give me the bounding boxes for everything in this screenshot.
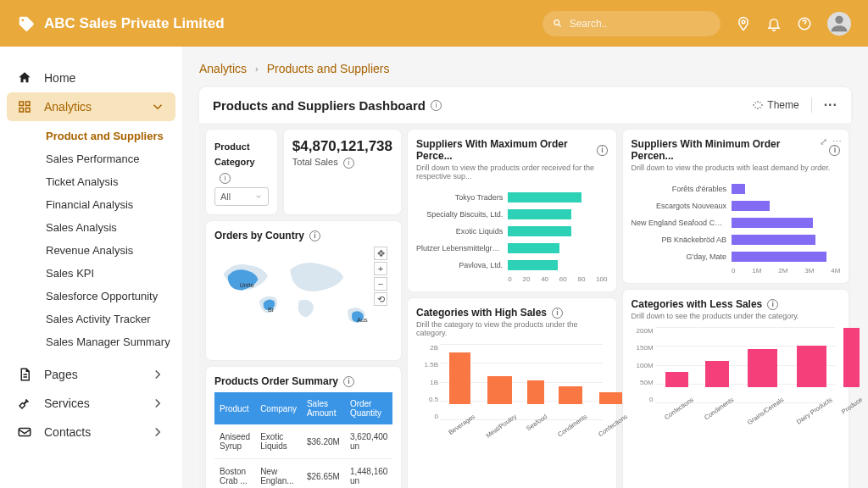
bar-row[interactable]: Pavlova, Ltd. bbox=[416, 257, 608, 274]
search-box[interactable] bbox=[542, 11, 721, 36]
max-order-chart: Suppliers With Maximum Order Perce...i D… bbox=[408, 130, 616, 291]
breadcrumb-item[interactable]: Products and Suppliers bbox=[267, 62, 390, 75]
tag-icon bbox=[17, 14, 36, 33]
bar[interactable]: Grains/Cereals bbox=[742, 349, 784, 403]
bar[interactable]: Produce bbox=[839, 328, 863, 403]
bar[interactable]: Meat/Poultry bbox=[481, 376, 517, 420]
nav-label: Pages bbox=[44, 368, 78, 381]
bar-label: Forêts d'érables bbox=[632, 185, 732, 193]
info-icon[interactable]: i bbox=[431, 100, 442, 111]
sub-salesforce[interactable]: Salesforce Opportunity bbox=[42, 285, 175, 308]
company-name: ABC Sales Private Limited bbox=[44, 15, 225, 32]
svg-rect-6 bbox=[26, 108, 31, 113]
bar-label: Pavlova, Ltd. bbox=[416, 261, 508, 269]
sub-financial-analysis[interactable]: Financial Analysis bbox=[42, 193, 175, 216]
nav-home[interactable]: Home bbox=[7, 64, 175, 92]
bar-row[interactable]: Specialty Biscuits, Ltd. bbox=[416, 206, 608, 223]
chevron-right-icon bbox=[150, 367, 165, 382]
info-icon[interactable]: i bbox=[597, 145, 607, 156]
mail-icon bbox=[17, 424, 32, 440]
total-sales-card: $4,870,121,738 Total Salesi bbox=[284, 130, 401, 214]
bell-icon[interactable] bbox=[766, 16, 782, 31]
nav-services[interactable]: Services bbox=[7, 389, 175, 418]
category-select[interactable]: All bbox=[214, 187, 269, 206]
products-order-summary-card: Products Order Summaryi Product Company … bbox=[206, 367, 401, 488]
table-header[interactable]: Company bbox=[255, 392, 302, 424]
sub-product-suppliers[interactable]: Product and Suppliers bbox=[42, 125, 175, 147]
more-menu[interactable]: ··· bbox=[824, 97, 837, 113]
nav-label: Analytics bbox=[44, 100, 92, 114]
bar[interactable]: Condiments bbox=[700, 361, 734, 404]
breadcrumb: Analytics › Products and Suppliers bbox=[199, 62, 851, 75]
bar-label: New England Seafood Cannery bbox=[632, 219, 732, 227]
bar-row[interactable]: Forêts d'érables bbox=[632, 180, 841, 197]
nav-pages[interactable]: Pages bbox=[7, 360, 175, 389]
map-reset-button[interactable]: ⟲ bbox=[374, 292, 387, 306]
table-row[interactable]: Aniseed SyrupExotic Liquids$36.20M3,620,… bbox=[214, 424, 392, 459]
table-row[interactable]: Boston Crab ...New Englan...$26.65M1,448… bbox=[214, 459, 392, 489]
info-icon[interactable]: i bbox=[767, 299, 778, 310]
bar-label: Escargots Nouveaux bbox=[632, 202, 732, 210]
bar-label: Condiments bbox=[704, 396, 736, 421]
bar-row[interactable]: Escargots Nouveaux bbox=[632, 197, 841, 214]
sub-sales-kpi[interactable]: Sales KPI bbox=[42, 262, 175, 285]
info-icon[interactable]: i bbox=[309, 230, 320, 241]
bar-row[interactable]: PB Knäckebröd AB bbox=[632, 231, 841, 248]
bar[interactable]: Dairy Products bbox=[791, 346, 832, 404]
bar-label: Seafood bbox=[525, 413, 548, 432]
nav-label: Contacts bbox=[44, 425, 91, 439]
bar-row[interactable]: Exotic Liquids bbox=[416, 223, 608, 240]
more-icon[interactable]: ⋯ bbox=[832, 136, 842, 147]
zoom-out-button[interactable]: − bbox=[374, 277, 387, 291]
nav-label: Home bbox=[44, 71, 75, 85]
bar[interactable]: Condiments bbox=[554, 386, 587, 420]
sub-manager-summary[interactable]: Sales Manager Summary bbox=[42, 330, 175, 353]
sub-ticket-analysis[interactable]: Ticket Analysis bbox=[42, 170, 175, 193]
bar[interactable]: Confections bbox=[660, 372, 694, 403]
help-icon[interactable] bbox=[797, 16, 812, 31]
info-icon[interactable]: i bbox=[220, 173, 231, 184]
sub-sales-performance[interactable]: Sales Performance bbox=[42, 147, 175, 170]
svg-point-1 bbox=[742, 19, 745, 23]
theme-button[interactable]: Theme bbox=[753, 99, 798, 111]
bar[interactable]: Confections bbox=[594, 392, 628, 420]
zoom-in-button[interactable]: + bbox=[374, 262, 387, 275]
bar-row[interactable]: G'day, Mate bbox=[632, 248, 841, 265]
location-icon[interactable] bbox=[736, 16, 751, 31]
card-title: Suppliers With Maximum Order Perce... bbox=[416, 138, 592, 162]
table-header[interactable]: Sales Amount bbox=[302, 392, 345, 424]
sub-revenue-analysis[interactable]: Revenue Analysis bbox=[42, 239, 175, 262]
bar-label: Condiments bbox=[556, 413, 588, 438]
bar-label: Exotic Liquids bbox=[416, 227, 508, 236]
sub-activity-tracker[interactable]: Sales Activity Tracker bbox=[42, 308, 175, 330]
bar-row[interactable]: Plutzer Lebensmittelgroßmärkte AG bbox=[416, 240, 608, 257]
table-header[interactable]: Order Quantity bbox=[345, 392, 393, 424]
bar[interactable]: Beverages bbox=[445, 352, 476, 420]
card-title: Categories with Less Sales bbox=[632, 298, 763, 310]
bar-label: Tokyo Traders bbox=[416, 193, 508, 202]
table-header[interactable]: Product bbox=[214, 392, 255, 424]
chevron-down-icon bbox=[254, 192, 263, 201]
kpi-label: Total Sales bbox=[292, 157, 338, 167]
separator bbox=[811, 97, 812, 113]
file-icon bbox=[17, 367, 32, 382]
svg-point-0 bbox=[554, 20, 559, 25]
svg-rect-3 bbox=[19, 102, 24, 106]
bar-row[interactable]: Tokyo Traders bbox=[416, 189, 608, 206]
nav-analytics[interactable]: Analytics bbox=[7, 92, 175, 121]
search-input[interactable] bbox=[570, 18, 710, 30]
info-icon[interactable]: i bbox=[343, 376, 354, 387]
info-icon[interactable]: i bbox=[552, 308, 563, 319]
breadcrumb-item[interactable]: Analytics bbox=[199, 62, 247, 75]
info-icon[interactable]: i bbox=[343, 158, 354, 169]
sub-sales-analysis[interactable]: Sales Analysis bbox=[42, 216, 175, 239]
world-map[interactable]: Unite Br Aus ✥ + − ⟲ bbox=[214, 241, 392, 352]
expand-icon[interactable]: ⤢ bbox=[820, 136, 827, 147]
map-tag: Aus bbox=[357, 316, 368, 324]
bar-row[interactable]: New England Seafood Cannery bbox=[632, 214, 841, 231]
map-pan-icon[interactable]: ✥ bbox=[374, 247, 387, 260]
bar[interactable]: Seafood bbox=[524, 380, 548, 420]
nav-contacts[interactable]: Contacts bbox=[7, 418, 175, 446]
chevron-right-icon bbox=[150, 396, 165, 411]
avatar[interactable] bbox=[827, 12, 851, 36]
